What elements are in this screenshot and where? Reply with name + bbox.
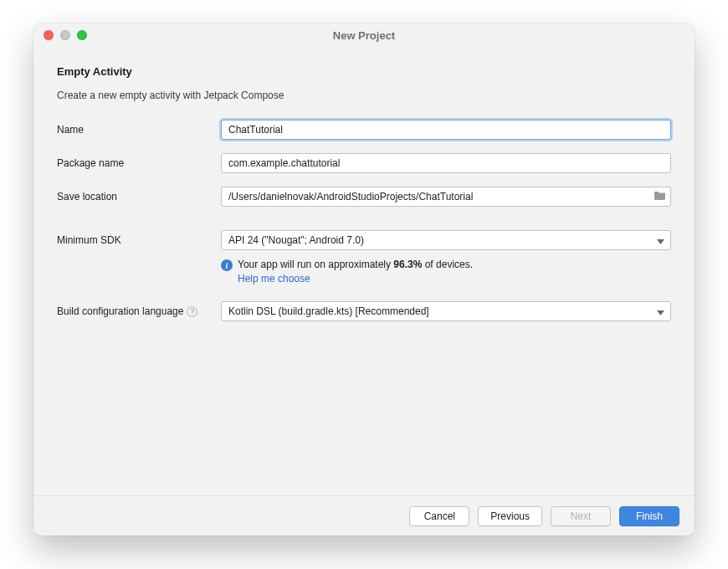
info-icon: i [221,259,233,271]
help-icon[interactable]: ? [187,306,197,317]
minimum-sdk-select[interactable]: API 24 ("Nougat"; Android 7.0) [221,230,671,250]
label-name: Name [57,124,221,136]
finish-button[interactable]: Finish [619,506,679,526]
label-package-name: Package name [57,157,221,169]
window-close-button[interactable] [44,30,54,40]
hint-text-post: of devices. [422,259,473,270]
page-description: Create a new empty activity with Jetpack… [57,90,671,101]
hint-percent: 96.3% [393,259,422,270]
new-project-window: New Project Empty Activity Create a new … [33,23,695,536]
save-location-input[interactable] [221,187,671,207]
build-language-value: Kotlin DSL (build.gradle.kts) [Recommend… [228,305,429,317]
row-package-name: Package name [57,153,671,173]
row-build-language: Build configuration language ? Kotlin DS… [57,301,671,321]
row-save-location: Save location [57,187,671,207]
row-name: Name [57,120,671,140]
window-zoom-button[interactable] [77,30,87,40]
previous-button[interactable]: Previous [478,506,542,526]
minimum-sdk-value: API 24 ("Nougat"; Android 7.0) [228,234,364,246]
label-minimum-sdk: Minimum SDK [57,234,221,246]
hint-text-pre: Your app will run on approximately [238,259,393,270]
next-button[interactable]: Next [551,506,611,526]
window-title: New Project [33,29,695,42]
label-build-language: Build configuration language ? [57,305,221,317]
help-me-choose-link[interactable]: Help me choose [238,273,310,284]
browse-folder-icon[interactable] [654,189,666,204]
traffic-lights [33,30,87,40]
package-name-input[interactable] [221,153,671,173]
titlebar: New Project [33,23,695,47]
row-minimum-sdk: Minimum SDK API 24 ("Nougat"; Android 7.… [57,230,671,250]
cancel-button[interactable]: Cancel [409,506,469,526]
window-minimize-button[interactable] [60,30,70,40]
label-save-location: Save location [57,191,221,202]
label-build-language-text: Build configuration language [57,305,183,317]
page-heading: Empty Activity [57,65,671,78]
footer: Cancel Previous Next Finish [33,495,695,536]
content-area: Empty Activity Create a new empty activi… [33,47,695,495]
build-language-select[interactable]: Kotlin DSL (build.gradle.kts) [Recommend… [221,301,671,321]
name-input[interactable] [221,120,671,140]
sdk-hint: i Your app will run on approximately 96.… [221,259,671,284]
